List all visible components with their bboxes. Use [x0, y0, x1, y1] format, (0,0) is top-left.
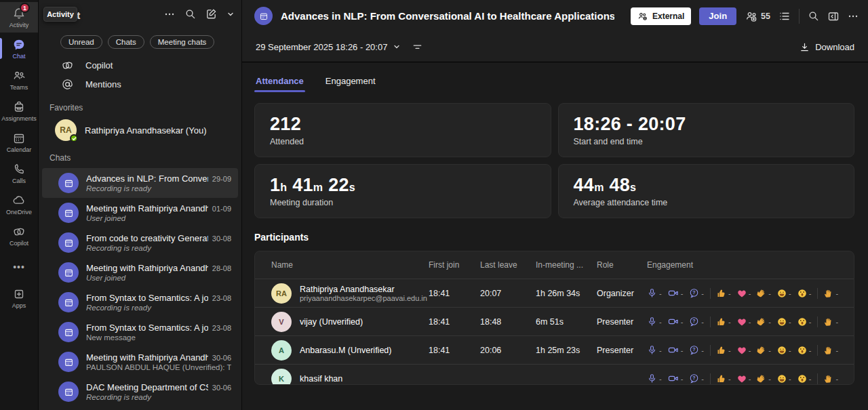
col-in-meeting[interactable]: In-meeting ... [536, 260, 597, 270]
filter-pill-unread[interactable]: Unread [60, 35, 102, 49]
shortcut-mentions[interactable]: Mentions [39, 75, 241, 94]
engagement-value: - [789, 318, 791, 326]
rail-item-apps[interactable]: Apps [0, 283, 38, 313]
questions-metric: ? - [689, 373, 704, 384]
chat-list-item[interactable]: Advances in NLP: From Conversa... 29-09 … [42, 168, 238, 198]
engagement-value: - [728, 289, 731, 298]
first-join-value: 18:41 [429, 346, 480, 355]
laugh-emoji-icon [777, 317, 787, 327]
join-button[interactable]: Join [699, 7, 736, 25]
chat-list-item[interactable]: From code to creativity Generati... 30-0… [42, 228, 238, 258]
thumbs-up-icon [717, 317, 726, 327]
engagement-value: - [749, 375, 751, 383]
tab-attendance[interactable]: Attendance [254, 72, 305, 92]
rail-item-more[interactable]: ••• [0, 251, 38, 282]
tab-engagement[interactable]: Engagement [324, 72, 377, 92]
in-meeting-value: 6m 51s [536, 317, 597, 327]
thumbs-up-icon [717, 346, 726, 355]
thumbs-up-metric: - [717, 289, 731, 298]
rail-item-copilot[interactable]: Copilot [0, 220, 38, 251]
col-engagement[interactable]: Engagement [647, 260, 854, 270]
filter-pill-meeting-chats[interactable]: Meeting chats [150, 35, 215, 49]
chat-list-item[interactable]: DAC Meeting Department of CS... 30-06 Re… [42, 377, 238, 407]
question-bubble-icon: ? [689, 373, 699, 384]
filter-more-icon[interactable] [164, 9, 175, 20]
divider [710, 345, 711, 356]
raised-hand-icon [824, 346, 833, 355]
meeting-chat-icon [58, 352, 79, 372]
filter-pill-chats[interactable]: Chats [108, 35, 144, 49]
new-chat-icon[interactable] [205, 8, 217, 20]
rail-item-teams[interactable]: Teams [0, 64, 38, 95]
cloud-icon [12, 194, 26, 207]
rail-item-chat[interactable]: Chat [0, 33, 38, 64]
rail-item-label: Apps [12, 303, 26, 309]
download-button[interactable]: Download [800, 42, 854, 52]
notification-badge: 1 [20, 3, 30, 13]
participant-row[interactable]: K khasif khan - - ? - [255, 364, 854, 385]
rail-item-calendar[interactable]: Calendar [0, 127, 38, 157]
open-in-pane-icon[interactable] [827, 10, 840, 22]
attendance-report: AttendanceEngagement 212Attended18:26 - … [242, 62, 868, 410]
engagement-value: - [768, 346, 771, 354]
rail-item-activity[interactable]: Activity 1 [0, 2, 38, 33]
heart-icon [737, 317, 747, 327]
shortcut-copilot[interactable]: Copilot [39, 56, 241, 75]
chat-item-date: 29-09 [212, 175, 231, 183]
app-rail: Activity 1 Chat Teams Assignments Calend… [0, 0, 39, 410]
participant-count-value: 55 [761, 12, 770, 21]
chat-item-subtitle: Recording is ready [86, 393, 231, 401]
date-range-selector[interactable]: 29 September 2025 18:26 - 20:07 [256, 42, 401, 52]
camera-icon [668, 288, 679, 298]
chat-list-item[interactable]: From Syntax to Semantics: A jour... 23-0… [42, 317, 238, 347]
col-name[interactable]: Name [271, 260, 429, 270]
engagement-value: - [681, 346, 684, 354]
chat-list-item[interactable]: Meeting with Rathipriya Anandh... 01-09 … [42, 198, 238, 228]
chat-list-item[interactable] [42, 407, 238, 410]
engagement-value: - [728, 346, 731, 354]
card-label: Attended [270, 137, 536, 146]
rail-item-label: Assignments [1, 116, 37, 122]
attendance-list-icon[interactable] [778, 10, 791, 22]
participant-row[interactable]: V vijay (Unverified) 18:41 18:48 6m 51s … [255, 307, 854, 335]
chat-list-item[interactable]: Meeting with Rathipriya Anandh... 30-06 … [42, 347, 238, 377]
card-value: 44m 48s [574, 175, 840, 196]
svg-text:?: ? [693, 347, 696, 352]
search-icon[interactable] [808, 10, 819, 22]
card-label: Average attendance time [574, 198, 840, 207]
participant-row[interactable]: A Anbarasu.M (Unverified) 18:41 20:06 1h… [255, 335, 854, 364]
chat-item-subtitle: Recording is ready [86, 244, 231, 252]
download-icon [800, 42, 810, 52]
mic-metric: - [647, 288, 662, 298]
more-options-icon[interactable] [848, 11, 859, 22]
external-people-icon [637, 12, 648, 21]
engagement-value: - [835, 346, 838, 354]
rail-item-onedrive[interactable]: OneDrive [0, 189, 38, 220]
rail-item-calls[interactable]: Calls [0, 158, 38, 188]
laugh-metric: - [777, 317, 791, 327]
col-first-join[interactable]: First join [429, 260, 480, 270]
surprised-emoji-icon [797, 317, 807, 327]
avatar: RA [271, 283, 292, 304]
thumbs-up-icon [717, 289, 726, 298]
favorite-item-self[interactable]: RA Rathipriya Anandhasekar (You) [39, 117, 241, 144]
rail-item-label: OneDrive [6, 209, 32, 216]
chevron-down-icon[interactable] [226, 10, 235, 18]
chat-list-item[interactable]: Meeting with Rathipriya Anandh... 28-08 … [42, 258, 238, 287]
participants-count[interactable]: 55 [745, 10, 770, 22]
chat-list-item[interactable]: From Syntax to Semantics: A jour... 23-0… [42, 287, 238, 317]
col-role[interactable]: Role [597, 260, 647, 270]
external-badge[interactable]: External [631, 7, 691, 25]
card-value: 1h 41m 22s [270, 175, 536, 196]
question-bubble-icon: ? [689, 288, 699, 298]
shortcut-label: Copilot [85, 60, 113, 70]
mic-metric: - [647, 373, 662, 384]
search-icon[interactable] [184, 8, 196, 20]
col-last-leave[interactable]: Last leave [480, 260, 536, 270]
participant-row[interactable]: RA Rathipriya Anandhasekar priyaanandhas… [255, 279, 854, 307]
filter-icon[interactable] [412, 41, 423, 53]
favorites-section-label: Favorites [39, 94, 241, 117]
engagement-value: - [789, 289, 791, 298]
rail-item-assignments[interactable]: Assignments [0, 96, 38, 126]
heart-metric: - [737, 289, 751, 298]
